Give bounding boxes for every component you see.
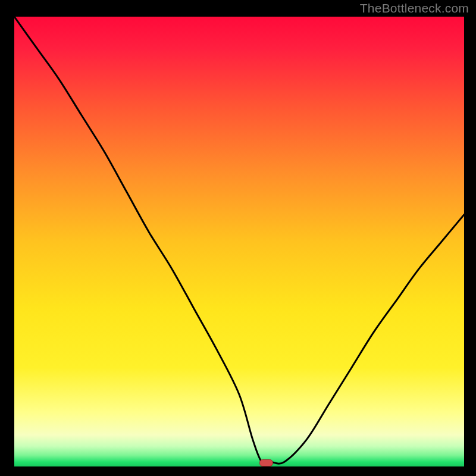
chart-frame: TheBottleneck.com bbox=[0, 0, 476, 476]
gradient-background bbox=[14, 17, 464, 466]
watermark-text: TheBottleneck.com bbox=[360, 1, 469, 15]
plot-svg bbox=[14, 17, 464, 466]
bottleneck-plot bbox=[14, 17, 464, 466]
optimum-marker bbox=[259, 460, 273, 466]
